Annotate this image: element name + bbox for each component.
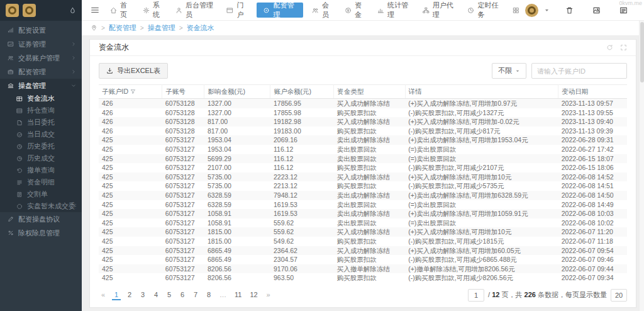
menu-toggle-button[interactable] [86, 6, 104, 14]
sidebar-item-1[interactable]: 证券管理 [0, 37, 82, 51]
sidebar-item-4[interactable]: 操盘管理 [0, 79, 82, 93]
brand-logo-2 [23, 4, 36, 17]
fullscreen-icon[interactable] [620, 44, 627, 51]
undo-icon [16, 167, 23, 174]
page-button-11[interactable]: 11 [233, 290, 243, 300]
chevron-right-icon [71, 42, 76, 47]
export-excel-button[interactable]: 导出EXCEL表 [99, 63, 168, 79]
column-header-4: 资金类型 [334, 85, 405, 99]
scope-filter-dropdown[interactable]: 不限 [492, 63, 526, 79]
page-button-6[interactable]: 6 [178, 290, 187, 300]
sidebar-item-label: 配资操盘协议 [18, 215, 60, 224]
page-button-4[interactable]: 4 [152, 290, 160, 300]
avatar[interactable] [525, 4, 538, 17]
table-row: 425607531275735.002223.12买入成功解除冻结(+)买入成功… [99, 172, 627, 182]
sidebar-item-12[interactable]: 资金明细 [0, 176, 82, 188]
sidebar-item-11[interactable]: 撤单查询 [0, 164, 82, 176]
topnav-item-label: 门户 [236, 1, 248, 20]
sidebar-item-15[interactable]: 配资操盘协议 [0, 212, 82, 226]
page-button-2[interactable]: 2 [125, 290, 134, 300]
search-input[interactable] [531, 63, 627, 79]
sidebar-item-16[interactable]: 除权除息管理 [0, 226, 82, 240]
sidebar-item-label: 配资设置 [18, 26, 46, 35]
table-row: 425607531276328.597948.12卖出成功解除冻结(+)卖出成功… [99, 191, 627, 200]
sidebar-item-6[interactable]: 持仓查询 [0, 105, 82, 116]
list-button[interactable] [614, 6, 633, 14]
topnav-item-0[interactable]: 首页 [104, 0, 137, 21]
page-button-3[interactable]: 3 [138, 290, 147, 300]
summary-slash: / [488, 291, 490, 298]
breadcrumb: > 配资管理 > 操盘管理 > 资金流水 [82, 21, 644, 35]
sidebar-item-2[interactable]: 交易账户管理 [0, 51, 82, 65]
sidebar-item-5[interactable]: 资金流水 [0, 93, 82, 105]
topnav-item-4[interactable]: 配资管理 [257, 3, 303, 18]
page-ellipsis: … [218, 290, 228, 300]
sidebar-item-9[interactable]: 历史委托 [0, 140, 82, 152]
column-header-2: 影响金额(元) [204, 85, 270, 99]
sidebar-item-label: 交割单 [27, 189, 48, 199]
breadcrumb-separator: > [140, 25, 144, 31]
caret-down-icon[interactable] [544, 8, 550, 13]
sidebar-item-0[interactable]: 配资设置 [0, 23, 82, 37]
table-body: 426607531281327.0017856.95买入成功解除冻结(+)买入成… [99, 99, 627, 283]
scrollbar[interactable] [639, 21, 644, 311]
topnav-item-1[interactable]: 系统 [137, 0, 170, 21]
prev-page-button[interactable]: « [99, 290, 108, 300]
column-header-1: 子账号 [162, 85, 204, 99]
trash-button[interactable] [560, 6, 579, 14]
refresh-icon[interactable] [606, 44, 613, 51]
main-area: 首页系统后台管理员门户配资管理会员资金统计管理用户代理定时任务 0kvm.me … [82, 0, 644, 311]
sidebar-item-13[interactable]: 交割单 [0, 188, 82, 200]
sidebar-item-label: 当日委托 [27, 118, 55, 127]
topnav-item-9[interactable]: 定时任务 [462, 0, 507, 21]
table-row: 425607531278206.569170.06买入撤单解除冻结(+)撤单解除… [99, 264, 627, 274]
watermark: 0kvm.me [619, 0, 642, 6]
page-button-1[interactable]: 1 [112, 290, 121, 300]
sidebar-item-7[interactable]: 当日委托 [0, 116, 82, 128]
table-row: 425607531271058.91559.62卖出股票回款(=)卖出股票回款2… [99, 218, 627, 228]
total-pages: 12 [492, 291, 499, 298]
scrollbar-thumb[interactable] [640, 22, 644, 82]
breadcrumb-link-peizi[interactable]: 配资管理 [109, 23, 136, 33]
grid-icon [513, 7, 519, 14]
table-row: 425607531271953.042069.16卖出成功解除冻结(+)卖出成功… [99, 135, 627, 145]
page-button-12[interactable]: 12 [248, 290, 259, 300]
table-row: 425607531272107.00116.12购买股票扣款(-)购买股票扣款,… [99, 163, 627, 172]
topnav-grid-button[interactable] [507, 0, 525, 21]
sidebar-item-label: 当日成交 [27, 130, 55, 139]
table-row: 42660753128817.0019182.98买入成功解除冻结(+)买入成功… [99, 117, 627, 127]
clock-icon [467, 7, 474, 14]
page-button-8[interactable]: 8 [204, 290, 213, 300]
topnav-item-2[interactable]: 后台管理员 [170, 0, 221, 21]
sidebar-item-8[interactable]: 当日成交 [0, 128, 82, 140]
table-row: 425607531275735.002213.12购买股票扣款(-)购买股票扣款… [99, 181, 627, 191]
filter-icon[interactable] [130, 89, 136, 94]
topbar-actions [560, 6, 633, 14]
page-button-5[interactable]: 5 [165, 290, 174, 300]
briefcase-icon [8, 69, 14, 75]
page-size-box[interactable]: 20 [611, 289, 627, 302]
sidebar-item-label: 持仓查询 [27, 106, 55, 115]
table-row: 425607531275699.29116.12卖出股票回款(=)卖出股票回款2… [99, 154, 627, 164]
topnav-item-6[interactable]: 资金 [339, 0, 372, 21]
topbar: 首页系统后台管理员门户配资管理会员资金统计管理用户代理定时任务 0kvm.me [82, 0, 644, 21]
next-page-button[interactable]: » [264, 290, 273, 300]
detail-icon [16, 179, 23, 186]
column-header-0[interactable]: 子账户ID [99, 85, 162, 99]
topnav-item-7[interactable]: 统计管理 [372, 0, 417, 21]
chevron-right-icon [71, 55, 76, 60]
logo-bar [0, 0, 82, 21]
current-page-box[interactable]: 1 [468, 289, 484, 302]
export-excel-label: 导出EXCEL表 [117, 66, 160, 76]
sidebar-item-3[interactable]: 配资管理 [0, 65, 82, 79]
topnav-item-label: 系统 [153, 1, 164, 20]
panel-header: 资金流水 [90, 40, 636, 56]
image-button[interactable] [587, 6, 606, 14]
sidebar-item-14[interactable]: 实盘暂未成交委托 [0, 200, 82, 212]
sidebar-item-10[interactable]: 历史成交 [0, 152, 82, 164]
topnav-item-8[interactable]: 用户代理 [417, 0, 462, 21]
breadcrumb-link-caopan[interactable]: 操盘管理 [148, 23, 175, 33]
page-button-7[interactable]: 7 [191, 290, 200, 300]
topnav-item-5[interactable]: 会员 [306, 0, 339, 21]
topnav-item-3[interactable]: 门户 [221, 0, 253, 21]
